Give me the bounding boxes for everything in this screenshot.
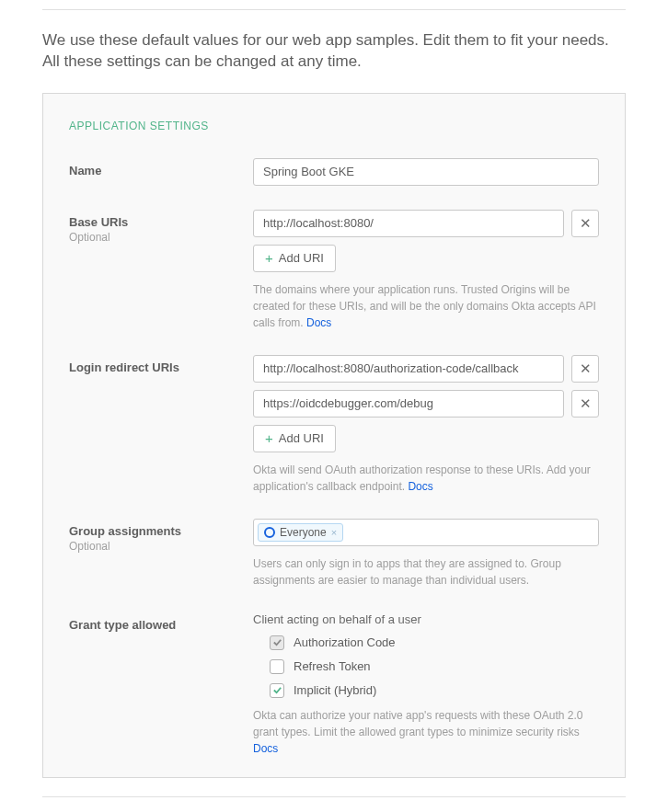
login-redirect-help: Okta will send OAuth authorization respo… (253, 462, 599, 495)
intro-text: We use these default values for our web … (42, 30, 626, 73)
login-redirect-label: Login redirect URIs (69, 360, 253, 374)
field-col: Client acting on behalf of a user Author… (253, 612, 599, 757)
checkbox-label: Authorization Code (294, 635, 396, 649)
add-uri-label: Add URI (279, 251, 324, 265)
checkbox-label: Refresh Token (294, 659, 371, 673)
grant-option-refresh-token: Refresh Token (253, 659, 599, 674)
uri-row: ✕ (253, 210, 599, 237)
checkmark-icon (272, 637, 282, 647)
grant-type-label: Grant type allowed (69, 618, 253, 632)
application-settings-panel: APPLICATION SETTINGS Name Base URIs Opti… (42, 93, 626, 778)
field-col: ✕ + Add URI The domains where your appli… (253, 210, 599, 331)
label-col: Name (69, 158, 253, 177)
base-uris-help: The domains where your application runs.… (253, 281, 599, 331)
plus-icon: + (265, 250, 273, 266)
uri-row: ✕ (253, 355, 599, 383)
docs-link[interactable]: Docs (253, 742, 278, 755)
field-col: ✕ ✕ + Add URI Okta will send OAuth autho… (253, 355, 599, 495)
add-uri-label: Add URI (279, 431, 324, 445)
close-icon: ✕ (580, 395, 592, 412)
group-chip-everyone: Everyone × (258, 523, 343, 542)
svg-point-0 (265, 528, 274, 537)
label-col: Group assignments Optional (69, 519, 253, 553)
row-base-uris: Base URIs Optional ✕ + Add URI The domai… (69, 210, 599, 331)
close-icon: ✕ (580, 215, 592, 232)
checkbox-authorization-code (270, 635, 284, 650)
checkbox-refresh-token[interactable] (270, 659, 284, 674)
add-login-redirect-uri-button[interactable]: + Add URI (253, 425, 336, 452)
base-uris-sublabel: Optional (69, 231, 253, 244)
label-col: Login redirect URIs (69, 355, 253, 374)
name-input[interactable] (253, 158, 599, 186)
group-assignments-label: Group assignments (69, 524, 253, 538)
base-uris-label: Base URIs (69, 215, 253, 229)
checkmark-icon (272, 685, 282, 695)
top-divider (42, 9, 626, 10)
row-grant-type: Grant type allowed Client acting on beha… (69, 612, 599, 757)
remove-uri-button[interactable]: ✕ (571, 210, 599, 237)
login-redirect-input-1[interactable] (253, 390, 564, 417)
base-uri-input-0[interactable] (253, 210, 564, 237)
label-col: Grant type allowed (69, 612, 253, 632)
group-chip-label: Everyone (280, 526, 327, 539)
remove-chip-icon[interactable]: × (331, 527, 337, 538)
name-label: Name (69, 164, 253, 177)
remove-uri-button[interactable]: ✕ (571, 355, 599, 383)
uri-row: ✕ (253, 390, 599, 417)
row-name: Name (69, 158, 599, 186)
remove-uri-button[interactable]: ✕ (571, 390, 599, 417)
label-col: Base URIs Optional (69, 210, 253, 244)
grant-type-subtitle: Client acting on behalf of a user (253, 612, 599, 626)
checkbox-label: Implicit (Hybrid) (294, 683, 376, 697)
grant-type-help: Okta can authorize your native app's req… (253, 707, 599, 757)
docs-link[interactable]: Docs (306, 316, 331, 329)
group-assignments-input[interactable]: Everyone × (253, 519, 599, 546)
checkbox-implicit-hybrid[interactable] (270, 683, 284, 698)
grant-option-implicit-hybrid: Implicit (Hybrid) (253, 683, 599, 698)
add-base-uri-button[interactable]: + Add URI (253, 245, 336, 272)
login-redirect-input-0[interactable] (253, 355, 564, 383)
docs-link[interactable]: Docs (408, 480, 432, 493)
footer-divider (42, 796, 626, 797)
group-assignments-help: Users can only sign in to apps that they… (253, 555, 599, 589)
grant-option-authorization-code: Authorization Code (253, 635, 599, 650)
row-group-assignments: Group assignments Optional Everyone × Us… (69, 519, 599, 589)
section-title: APPLICATION SETTINGS (69, 120, 599, 132)
field-col: Everyone × Users can only sign in to app… (253, 519, 599, 589)
field-col (253, 158, 599, 186)
plus-icon: + (265, 430, 273, 446)
row-login-redirect-uris: Login redirect URIs ✕ ✕ + Add URI Okta w… (69, 355, 599, 495)
group-icon (264, 527, 275, 538)
close-icon: ✕ (580, 360, 592, 377)
group-assignments-sublabel: Optional (69, 540, 253, 553)
